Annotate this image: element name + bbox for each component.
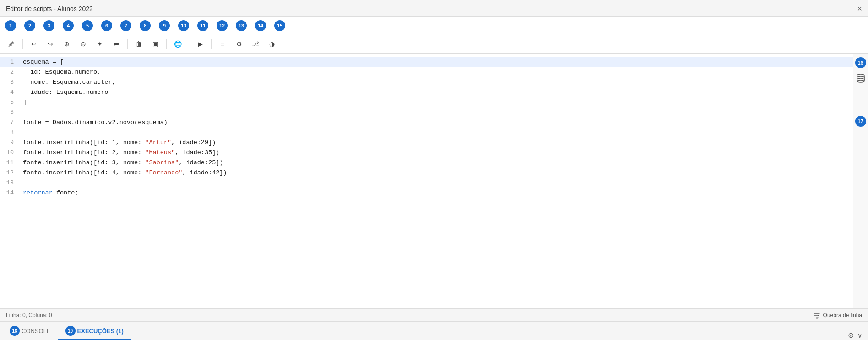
line-content[interactable] (21, 178, 853, 188)
code-line: 7fonte = Dados.dinamico.v2.novo(esquema) (0, 118, 853, 128)
code-line: 14retornar fonte; (0, 188, 853, 198)
line-content[interactable]: id: Esquema.numero, (21, 67, 853, 77)
badge-9[interactable]: 9 (159, 20, 170, 31)
line-content[interactable]: nome: Esquema.caracter, (21, 77, 853, 87)
line-number: 5 (0, 97, 21, 108)
line-number: 1 (0, 57, 21, 67)
toolbar-sep-13 (211, 39, 212, 49)
status-bar: Linha: 0, Coluna: 0 Quebra de linha (0, 308, 868, 321)
code-line: 11fonte.inserirLinha([id: 3, nome: "Sabr… (0, 158, 853, 168)
zoom-out-button[interactable]: ⊖ (76, 37, 91, 51)
code-line: 8 (0, 128, 853, 138)
close-button[interactable]: × (857, 5, 862, 13)
badge-10[interactable]: 10 (178, 20, 189, 31)
code-container[interactable]: 1esquema = [2 id: Esquema.numero,3 nome:… (0, 54, 853, 308)
line-content[interactable]: fonte.inserirLinha([id: 2, nome: "Mateus… (21, 148, 853, 158)
database-icon[interactable] (854, 72, 867, 85)
line-content[interactable]: fonte = Dados.dinamico.v2.novo(esquema) (21, 118, 853, 128)
badge-18: 18 (10, 326, 20, 336)
contrast-button[interactable]: ◑ (265, 37, 279, 51)
editor-area: 1esquema = [2 id: Esquema.numero,3 nome:… (0, 54, 853, 308)
play-button[interactable]: ▶ (193, 37, 207, 51)
badges-row: 123456789101112131415 (0, 17, 868, 34)
badge-16[interactable]: 16 (855, 57, 866, 68)
line-content[interactable]: fonte.inserirLinha([id: 3, nome: "Sabrin… (21, 158, 853, 168)
line-number: 10 (0, 148, 21, 158)
code-line: 3 nome: Esquema.caracter, (0, 77, 853, 87)
editor-window: Editor de scripts - Alunos 2022 × 123456… (0, 0, 868, 340)
badge-14[interactable]: 14 (255, 20, 266, 31)
badge-4[interactable]: 4 (63, 20, 74, 31)
zoom-in-button[interactable]: ⊕ (60, 37, 74, 51)
line-content[interactable]: fonte.inserirLinha([id: 1, nome: "Artur"… (21, 138, 853, 148)
line-number: 7 (0, 118, 21, 128)
badge-17[interactable]: 17 (855, 116, 866, 127)
line-content[interactable]: retornar fonte; (21, 188, 853, 198)
word-wrap-label: Quebra de linha (823, 312, 862, 318)
code-line: 10fonte.inserirLinha([id: 2, nome: "Mate… (0, 148, 853, 158)
redo-button[interactable]: ↪ (43, 37, 58, 51)
console-tab-label: CONSOLE (22, 328, 51, 335)
line-number: 4 (0, 87, 21, 97)
globe-button[interactable]: 🌐 (170, 37, 185, 51)
badge-3[interactable]: 3 (43, 20, 54, 31)
badge-11[interactable]: 11 (197, 20, 208, 31)
toolbar-sep-6 (127, 39, 128, 49)
badge-7[interactable]: 7 (120, 20, 131, 31)
line-number: 2 (0, 67, 21, 77)
title-bar: Editor de scripts - Alunos 2022 × (0, 0, 868, 17)
badge-8[interactable]: 8 (140, 20, 151, 31)
chevron-down-icon[interactable]: ∨ (857, 332, 862, 339)
right-sidebar: 16 17 (853, 54, 868, 308)
tab-console[interactable]: 18 CONSOLE (2, 323, 58, 340)
line-col-status: Linha: 0, Coluna: 0 (6, 312, 52, 318)
toolbar-sep-11 (189, 39, 189, 49)
badge-13[interactable]: 13 (236, 20, 247, 31)
code-line: 1esquema = [ (0, 57, 853, 67)
badge-2[interactable]: 2 (24, 20, 35, 31)
code-line: 12fonte.inserirLinha([id: 4, nome: "Fern… (0, 168, 853, 178)
line-number: 6 (0, 108, 21, 118)
cancel-icon[interactable]: ⊘ (848, 331, 854, 340)
execucoes-tab-label: EXECUÇÕES (1) (77, 328, 124, 335)
badge-12[interactable]: 12 (217, 20, 228, 31)
line-content[interactable]: ] (21, 97, 853, 108)
word-wrap-icon (813, 312, 820, 319)
badge-19: 19 (65, 326, 76, 336)
svg-line-0 (9, 45, 11, 47)
svg-point-1 (857, 74, 864, 77)
badge-5[interactable]: 5 (82, 20, 93, 31)
line-content[interactable]: esquema = [ (21, 57, 853, 67)
line-content[interactable]: fonte.inserirLinha([id: 4, nome: "Fernan… (21, 168, 853, 178)
bottom-tabs: 18 CONSOLE 19 EXECUÇÕES (1) ⊘ ∨ (0, 321, 868, 340)
code-line: 6 (0, 108, 853, 118)
format-button[interactable]: ✦ (92, 37, 107, 51)
badge-15[interactable]: 15 (274, 20, 285, 31)
line-content[interactable] (21, 108, 853, 118)
list-button[interactable]: ≡ (215, 37, 230, 51)
line-number: 14 (0, 188, 21, 198)
toolbar: ↩↪⊕⊖✦⇌🗑▣🌐▶≡⚙⎇◑ (0, 34, 868, 54)
bottom-right-actions: ⊘ ∨ (848, 331, 868, 340)
toolbar-sep-9 (166, 39, 167, 49)
code-line: 5] (0, 97, 853, 108)
line-content[interactable]: idade: Esquema.numero (21, 87, 853, 97)
line-number: 13 (0, 178, 21, 188)
main-area: 1esquema = [2 id: Esquema.numero,3 nome:… (0, 54, 868, 308)
settings-button[interactable]: ⚙ (232, 37, 246, 51)
badge-1[interactable]: 1 (5, 20, 16, 31)
tree-button[interactable]: ⎇ (248, 37, 263, 51)
pin-icon[interactable] (4, 37, 19, 51)
badge-6[interactable]: 6 (101, 20, 112, 31)
adjust-button[interactable]: ⇌ (109, 37, 124, 51)
code-line: 4 idade: Esquema.numero (0, 87, 853, 97)
save-button[interactable]: ▣ (148, 37, 163, 51)
window-title: Editor de scripts - Alunos 2022 (6, 5, 93, 12)
undo-button[interactable]: ↩ (27, 37, 41, 51)
tab-execucoes[interactable]: 19 EXECUÇÕES (1) (58, 323, 131, 340)
line-content[interactable] (21, 128, 853, 138)
code-line: 9fonte.inserirLinha([id: 1, nome: "Artur… (0, 138, 853, 148)
delete-button[interactable]: 🗑 (131, 37, 146, 51)
code-line: 13 (0, 178, 853, 188)
toolbar-sep-1 (22, 39, 23, 49)
